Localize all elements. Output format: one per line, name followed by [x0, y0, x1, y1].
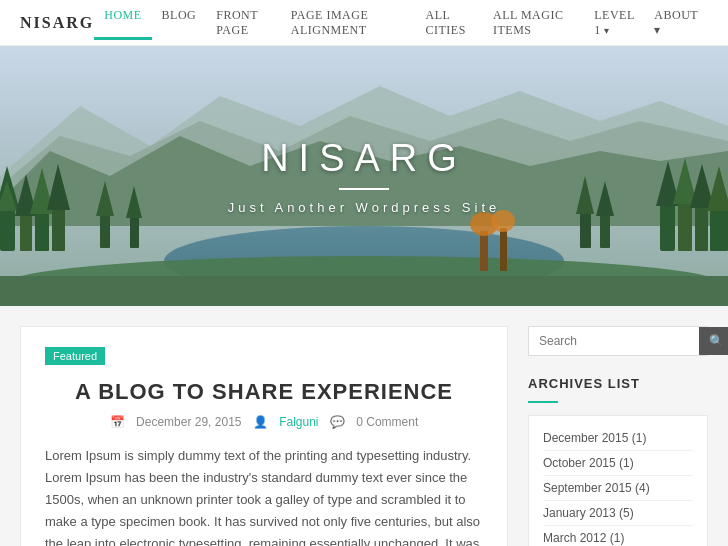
archive-count-2: (4): [635, 481, 650, 495]
author-icon: 👤: [253, 415, 268, 429]
search-input[interactable]: [529, 327, 699, 355]
main-wrapper: Featured A BLOG TO SHARE EXPERIENCE 📅 De…: [0, 306, 728, 546]
nav-link-frontpage[interactable]: FRONT PAGE: [206, 0, 280, 52]
archive-item-1[interactable]: October 2015 (1): [543, 451, 693, 476]
post-comments: 0 Comment: [356, 415, 418, 429]
archive-link-3[interactable]: January 2013 (5): [543, 506, 634, 520]
archive-link-2[interactable]: September 2015 (4): [543, 481, 650, 495]
sidebar: 🔍 ARCHIVES LIST December 2015 (1) Octobe…: [528, 326, 708, 546]
nav-item-frontpage[interactable]: FRONT PAGE: [206, 0, 280, 52]
comment-icon: 💬: [330, 415, 345, 429]
archive-item-0[interactable]: December 2015 (1): [543, 426, 693, 451]
archive-count-4: (1): [610, 531, 625, 545]
archive-count-0: (1): [632, 431, 647, 445]
archive-link-0[interactable]: December 2015 (1): [543, 431, 646, 445]
archive-link-4[interactable]: March 2012 (1): [543, 531, 624, 545]
main-nav: HOME BLOG FRONT PAGE PAGE IMAGE ALIGNMEN…: [94, 0, 708, 52]
archive-label-2: September 2015: [543, 481, 632, 495]
svg-rect-33: [480, 231, 488, 271]
archive-item-4[interactable]: March 2012 (1): [543, 526, 693, 546]
nav-link-blog[interactable]: BLOG: [152, 0, 207, 37]
post-title: A BLOG TO SHARE EXPERIENCE: [45, 379, 483, 405]
archive-link-1[interactable]: October 2015 (1): [543, 456, 634, 470]
post-meta: 📅 December 29, 2015 👤 Falguni 💬 0 Commen…: [45, 415, 483, 429]
nav-link-about[interactable]: ABOUT ▾: [644, 0, 708, 52]
post-excerpt: Lorem Ipsum is simply dummy text of the …: [45, 445, 483, 546]
search-widget: 🔍: [528, 326, 708, 356]
nav-link-pageimage[interactable]: PAGE IMAGE ALIGNMENT: [281, 0, 416, 52]
calendar-icon: 📅: [110, 415, 125, 429]
archive-label-3: January 2013: [543, 506, 616, 520]
nav-link-allcities[interactable]: ALL CITIES: [416, 0, 483, 52]
nav-menu: HOME BLOG FRONT PAGE PAGE IMAGE ALIGNMEN…: [94, 0, 708, 52]
nav-item-home[interactable]: HOME: [94, 0, 151, 52]
content-area: Featured A BLOG TO SHARE EXPERIENCE 📅 De…: [20, 326, 508, 546]
hero-title: NISARG: [228, 137, 501, 180]
post-author: Falguni: [279, 415, 318, 429]
nav-item-blog[interactable]: BLOG: [152, 0, 207, 52]
archive-count-3: (5): [619, 506, 634, 520]
nav-link-allmagic[interactable]: ALL MAGIC ITEMS: [483, 0, 584, 52]
archives-widget: ARCHIVES LIST December 2015 (1) October …: [528, 376, 708, 546]
nav-item-allcities[interactable]: ALL CITIES: [416, 0, 483, 52]
hero-content: NISARG Just Another Wordpress Site: [228, 137, 501, 215]
hero-subtitle: Just Another Wordpress Site: [228, 200, 501, 215]
nav-link-home[interactable]: HOME: [94, 0, 151, 40]
archives-title-underline: [528, 401, 558, 403]
archive-count-1: (1): [619, 456, 634, 470]
nav-item-about[interactable]: ABOUT ▾: [644, 0, 708, 52]
post-date: December 29, 2015: [136, 415, 241, 429]
archive-item-3[interactable]: January 2013 (5): [543, 501, 693, 526]
nav-item-allmagic[interactable]: ALL MAGIC ITEMS: [483, 0, 584, 52]
archives-title: ARCHIVES LIST: [528, 376, 708, 391]
svg-rect-32: [0, 276, 728, 306]
svg-rect-35: [500, 228, 507, 271]
archives-list: December 2015 (1) October 2015 (1) Septe…: [528, 415, 708, 546]
search-button[interactable]: 🔍: [699, 327, 728, 355]
archive-label-1: October 2015: [543, 456, 616, 470]
featured-badge: Featured: [45, 347, 105, 365]
archive-label-0: December 2015: [543, 431, 628, 445]
nav-item-level1[interactable]: LEVEL 1: [584, 0, 644, 52]
site-logo: NISARG: [20, 14, 94, 32]
search-icon: 🔍: [709, 334, 724, 348]
post-card: Featured A BLOG TO SHARE EXPERIENCE 📅 De…: [20, 326, 508, 546]
nav-item-pageimage[interactable]: PAGE IMAGE ALIGNMENT: [281, 0, 416, 52]
site-header: NISARG HOME BLOG FRONT PAGE PAGE IMAGE A…: [0, 0, 728, 46]
nav-link-level1[interactable]: LEVEL 1: [584, 0, 644, 52]
hero-divider: [339, 188, 389, 190]
hero-section: NISARG Just Another Wordpress Site: [0, 46, 728, 306]
archive-label-4: March 2012: [543, 531, 606, 545]
archive-item-2[interactable]: September 2015 (4): [543, 476, 693, 501]
